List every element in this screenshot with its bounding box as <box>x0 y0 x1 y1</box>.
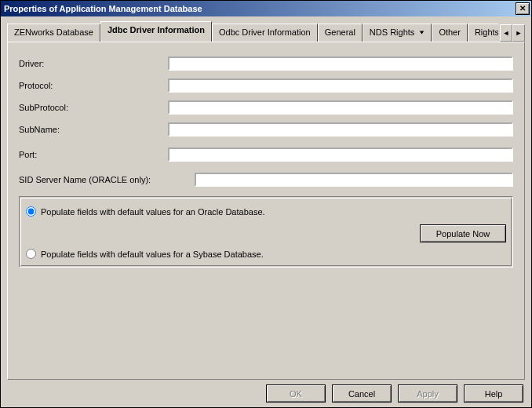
driver-label: Driver: <box>19 59 168 68</box>
radio-row-oracle: Populate fields with default values for … <box>26 206 506 217</box>
form-row-sid: SID Server Name (ORACLE only): <box>19 173 513 187</box>
close-icon: ✕ <box>519 5 526 13</box>
client-area: ZENworks Database Jdbc Driver Informatio… <box>1 16 531 407</box>
form-row-protocol: Protocol: <box>19 78 513 93</box>
tab-odbc-driver-information[interactable]: Odbc Driver Information <box>212 24 318 42</box>
oracle-radio[interactable] <box>26 206 36 217</box>
tabs-row: ZENworks Database Jdbc Driver Informatio… <box>7 23 525 42</box>
svg-marker-0 <box>420 31 425 34</box>
sid-label: SID Server Name (ORACLE only): <box>19 175 195 184</box>
chevron-left-icon: ◄ <box>503 29 510 37</box>
tab-scroll-nav: ◄ ► <box>500 24 525 42</box>
tab-scroll-left-button[interactable]: ◄ <box>500 24 512 42</box>
driver-input[interactable] <box>168 56 513 71</box>
tab-rights-to[interactable]: Rights to <box>468 24 498 42</box>
protocol-input[interactable] <box>168 78 513 93</box>
form-row-subname: SubName: <box>19 122 513 137</box>
tab-strip: ZENworks Database Jdbc Driver Informatio… <box>7 21 498 42</box>
apply-button[interactable]: Apply <box>398 384 457 403</box>
populate-row: Populate Now <box>26 224 506 242</box>
subprotocol-label: SubProtocol: <box>19 103 168 112</box>
subname-label: SubName: <box>19 125 168 134</box>
tab-label: Jdbc Driver Information <box>107 25 205 35</box>
port-input[interactable] <box>168 148 513 162</box>
close-button[interactable]: ✕ <box>516 2 530 15</box>
tab-jdbc-driver-information[interactable]: Jdbc Driver Information <box>100 21 212 42</box>
tab-scroll-right-button[interactable]: ► <box>512 24 525 42</box>
populate-groupbox: Populate fields with default values for … <box>19 196 513 268</box>
titlebar: Properties of Application Management Dat… <box>1 1 531 16</box>
form-row-port: Port: <box>19 148 513 162</box>
tab-label: NDS Rights <box>370 27 414 37</box>
sid-input[interactable] <box>195 173 513 187</box>
form-row-driver: Driver: <box>19 56 513 71</box>
radio-row-sybase: Populate fields with default values for … <box>26 249 506 259</box>
tab-label: Other <box>439 27 461 37</box>
oracle-radio-label: Populate fields with default values for … <box>41 207 265 217</box>
subprotocol-input[interactable] <box>168 100 513 115</box>
tab-other[interactable]: Other <box>432 24 468 42</box>
tab-zenworks-database[interactable]: ZENworks Database <box>7 24 100 42</box>
tab-label: General <box>325 27 355 37</box>
tab-label: ZENworks Database <box>14 27 93 37</box>
subname-input[interactable] <box>168 122 513 137</box>
sybase-radio[interactable] <box>26 249 36 259</box>
form-row-subprotocol: SubProtocol: <box>19 100 513 115</box>
tab-label: Rights to <box>475 27 498 37</box>
sybase-radio-label: Populate fields with default values for … <box>41 250 264 259</box>
ok-button[interactable]: OK <box>266 384 326 403</box>
window-title: Properties of Application Management Dat… <box>4 4 202 13</box>
tab-nds-rights[interactable]: NDS Rights <box>363 24 432 42</box>
help-button[interactable]: Help <box>464 384 523 403</box>
chevron-right-icon: ► <box>516 29 523 37</box>
populate-now-button[interactable]: Populate Now <box>420 224 506 242</box>
tab-label: Odbc Driver Information <box>219 27 311 37</box>
cancel-button[interactable]: Cancel <box>332 384 392 403</box>
dropdown-arrow-icon <box>419 27 425 37</box>
port-label: Port: <box>19 150 168 159</box>
properties-window: Properties of Application Management Dat… <box>0 0 532 408</box>
dialog-button-bar: OK Cancel Apply Help <box>7 380 525 403</box>
protocol-label: Protocol: <box>19 81 168 90</box>
tab-general[interactable]: General <box>318 24 363 42</box>
tab-panel: Driver: Protocol: SubProtocol: SubName: … <box>7 42 525 380</box>
